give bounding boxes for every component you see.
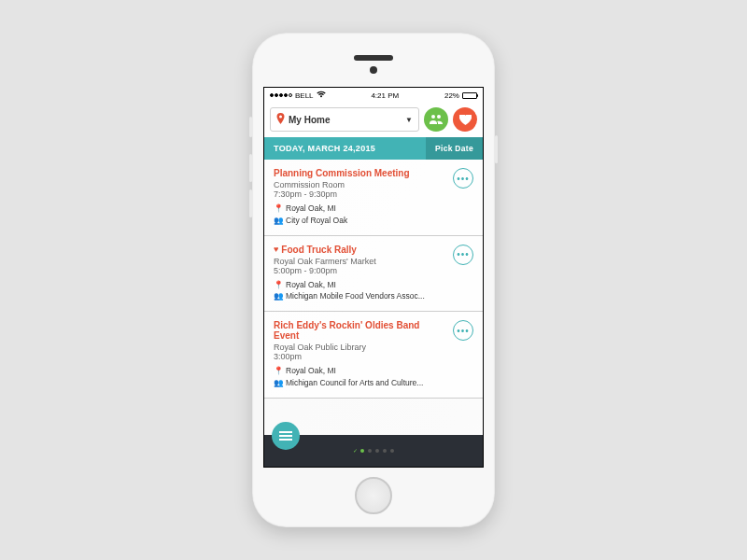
heart-icon: ♥ [274,245,278,254]
page-indicator: ✓ [353,449,394,453]
org-icon: 👥 [274,377,282,389]
phone-home-button [355,477,392,514]
people-button[interactable] [424,107,448,132]
pager-dot [368,449,372,453]
phone-frame: BELL 4:21 PM 22% My Home ▼ [252,33,495,527]
people-icon [430,115,443,124]
event-time: 3:00pm [274,352,447,361]
top-controls: My Home ▼ [264,103,483,137]
menu-button[interactable] [272,422,300,450]
battery-pct-label: 22% [444,91,459,100]
event-location: Royal Oak, MI [286,203,336,215]
events-list[interactable]: Planning Commission Meeting Commission R… [264,160,483,435]
menu-icon [279,431,292,441]
event-venue: Commission Room [274,180,447,189]
pager-dot [390,449,394,453]
location-picker[interactable]: My Home ▼ [270,107,419,132]
event-item[interactable]: Planning Commission Meeting Commission R… [264,160,483,236]
carrier-label: BELL [295,91,314,100]
event-org: Michigan Council for Arts and Culture... [286,377,423,389]
event-more-button[interactable]: ••• [453,168,473,189]
favorites-button[interactable] [453,107,477,132]
pick-date-button[interactable]: Pick Date [426,137,483,160]
event-more-button[interactable]: ••• [453,320,473,341]
pin-icon: 📍 [274,365,282,377]
date-bar: TODAY, MARCH 24,2015 Pick Date [264,137,483,160]
phone-camera [370,66,377,74]
event-time: 5:00pm - 9:00pm [274,266,447,275]
event-location: Royal Oak, MI [286,365,336,377]
event-item[interactable]: Rich Eddy's Rockin' Oldies Band Event Ro… [264,312,483,399]
org-icon: 👥 [274,215,282,227]
event-venue: Royal Oak Farmers' Market [274,257,447,266]
wifi-icon [317,91,326,100]
phone-side-button [249,154,252,182]
heart-icon [459,115,472,125]
phone-screen: BELL 4:21 PM 22% My Home ▼ [263,87,484,468]
pin-icon: 📍 [274,203,282,215]
battery-icon [462,92,477,99]
pager-dot [360,449,364,453]
clock-label: 4:21 PM [371,91,399,100]
event-title: Planning Commission Meeting [274,168,410,178]
date-label: TODAY, MARCH 24,2015 [264,144,426,153]
phone-side-button [249,189,252,217]
event-venue: Royal Oak Public Library [274,343,447,352]
pin-icon [276,113,285,126]
org-icon: 👥 [274,290,282,302]
pager-dot [375,449,379,453]
phone-side-button [495,135,498,163]
signal-dots-icon [270,93,292,97]
phone-side-button [249,117,252,137]
event-location: Royal Oak, MI [286,279,336,291]
pager-dot: ✓ [353,449,357,453]
event-item[interactable]: ♥ Food Truck Rally Royal Oak Farmers' Ma… [264,236,483,313]
event-title: Food Truck Rally [281,245,357,255]
event-time: 7:30pm - 9:30pm [274,189,447,199]
location-label: My Home [289,115,330,125]
bottom-nav: ✓ [264,435,483,467]
pager-dot [383,449,387,453]
event-more-button[interactable]: ••• [453,245,473,265]
phone-speaker [354,55,393,61]
event-org: City of Royal Oak [286,215,347,227]
event-title: Rich Eddy's Rockin' Oldies Band Event [274,320,447,341]
status-bar: BELL 4:21 PM 22% [264,88,483,103]
event-org: Michigan Mobile Food Vendors Assoc... [286,290,425,302]
pin-icon: 📍 [274,279,282,291]
chevron-down-icon: ▼ [405,116,413,124]
